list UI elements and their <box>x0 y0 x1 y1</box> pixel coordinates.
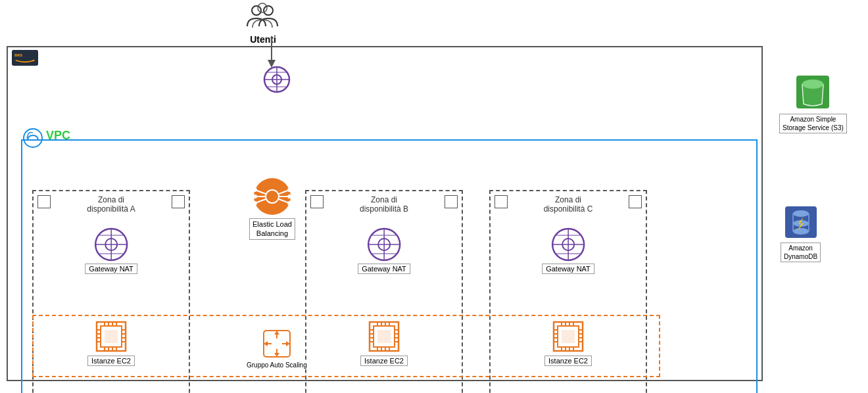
elastic-load-balancer: Elastic LoadBalancing <box>249 177 295 240</box>
svg-point-2 <box>258 3 267 12</box>
nat-gateway-b: Gateway NAT <box>358 227 410 274</box>
internet-gateway <box>263 66 291 93</box>
svg-point-117 <box>287 188 291 192</box>
nat-b-label: Gateway NAT <box>358 264 410 274</box>
svg-point-135 <box>793 228 809 235</box>
auto-scaling-group: Gruppo Auto Scaling <box>245 328 309 369</box>
svg-point-119 <box>287 201 291 205</box>
svg-point-14 <box>24 129 42 147</box>
svg-point-118 <box>287 195 291 198</box>
dynamodb-label: AmazonDynamoDB <box>781 243 821 262</box>
svg-point-116 <box>253 201 257 205</box>
svg-text:aws: aws <box>14 53 23 57</box>
vpc-box: VPC Zona didisponibilità A Gat <box>21 139 758 393</box>
vpc-label: VPC <box>46 129 70 143</box>
users-icon <box>243 1 283 34</box>
asg-label: Gruppo Auto Scaling <box>245 361 309 369</box>
s3-service: Amazon SimpleStorage Service (S3) <box>779 72 847 133</box>
az-c-corner-right <box>629 195 642 208</box>
aws-logo: aws <box>12 50 38 66</box>
az-c-corner-left <box>494 195 508 208</box>
svg-point-131 <box>802 80 823 89</box>
vpc-icon <box>22 127 43 149</box>
svg-point-133 <box>793 210 809 217</box>
auto-scaling-group-box <box>32 315 660 377</box>
svg-point-0 <box>252 6 261 15</box>
nat-gateway-a: Gateway NAT <box>85 227 137 274</box>
az-a-corner-left <box>37 195 51 208</box>
nat-a-label: Gateway NAT <box>85 264 137 274</box>
az-b-label: Zona didisponibilità B <box>360 195 408 214</box>
az-a-corner-right <box>172 195 185 208</box>
svg-marker-4 <box>268 60 276 68</box>
az-a-label: Zona didisponibilità A <box>87 195 135 214</box>
diagram-container: Utenti aws <box>0 0 868 393</box>
az-c-label: Zona didisponibilità C <box>544 195 593 214</box>
elb-label: Elastic LoadBalancing <box>249 218 295 240</box>
s3-label: Amazon SimpleStorage Service (S3) <box>779 114 847 133</box>
svg-point-114 <box>253 188 257 192</box>
dynamodb-service: AmazonDynamoDB <box>781 204 821 262</box>
aws-outer-box: aws VPC <box>7 46 763 381</box>
svg-point-115 <box>253 195 257 198</box>
az-b-corner-left <box>310 195 324 208</box>
nat-gateway-c: Gateway NAT <box>542 227 594 274</box>
arrow-down <box>265 36 278 69</box>
nat-c-label: Gateway NAT <box>542 264 594 274</box>
svg-point-1 <box>264 6 273 15</box>
az-b-corner-right <box>445 195 458 208</box>
